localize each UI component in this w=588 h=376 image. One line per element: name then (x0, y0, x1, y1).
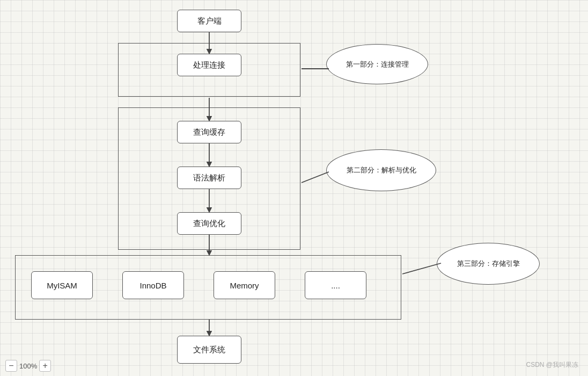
query-opt-box: 查询优化 (177, 212, 241, 235)
dots-box: .... (305, 271, 366, 299)
zoom-percent: 100% (19, 362, 37, 370)
client-box: 客户端 (177, 10, 241, 32)
memory-box: Memory (214, 271, 275, 299)
bubble-section1: 第一部分：连接管理 (326, 44, 428, 84)
query-cache-box: 查询缓存 (177, 121, 241, 143)
filesystem-box: 文件系统 (177, 336, 241, 364)
bubble-section2: 第二部分：解析与优化 (326, 149, 436, 191)
zoom-minus-button[interactable]: − (5, 360, 17, 372)
innodb-box: InnoDB (122, 271, 184, 299)
watermark: CSDN @我叫果冻 (526, 360, 578, 370)
zoom-plus-button[interactable]: + (39, 360, 51, 372)
zoombar: − 100% + (5, 360, 51, 372)
syntax-box: 语法解析 (177, 167, 241, 189)
handle-connection-box: 处理连接 (177, 54, 241, 76)
myisam-box: MyISAM (31, 271, 93, 299)
bubble-section3: 第三部分：存储引擎 (437, 243, 540, 285)
